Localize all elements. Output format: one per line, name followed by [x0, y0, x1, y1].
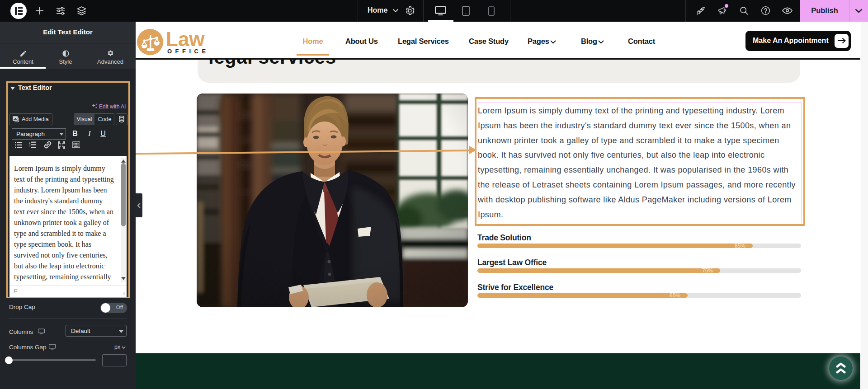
svg-text:2: 2: [29, 144, 31, 147]
